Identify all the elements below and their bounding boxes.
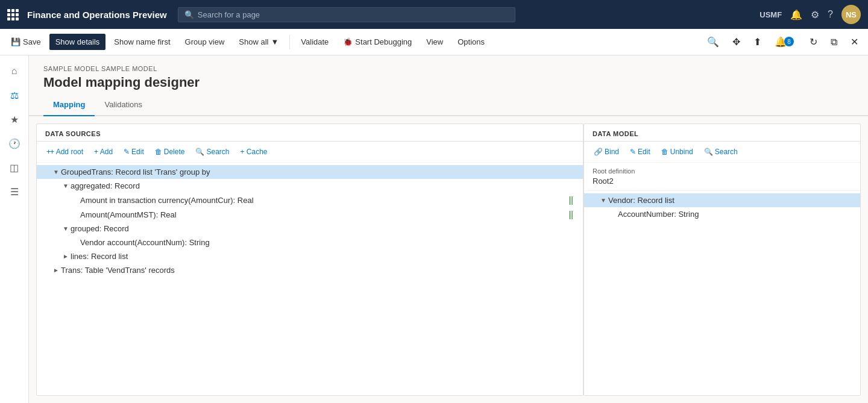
- tree-label: Vendor: Record list: [608, 196, 855, 205]
- datasources-tree: ▼ GroupedTrans: Record list 'Trans' grou…: [37, 163, 583, 395]
- expand-icon[interactable]: ►: [51, 267, 61, 273]
- tree-item-lines[interactable]: ► lines: Record list: [37, 249, 583, 263]
- sidebar-item-recent[interactable]: 🕐: [4, 133, 25, 154]
- open-new-window-button[interactable]: ⧉: [826, 33, 842, 51]
- refresh-button[interactable]: ↻: [805, 33, 822, 51]
- dm-search-button[interactable]: 🔍 Search: [699, 145, 743, 158]
- collapse-icon[interactable]: ▼: [61, 225, 71, 232]
- bind-button[interactable]: 🔗 Bind: [589, 145, 624, 158]
- collapse-icon[interactable]: ▼: [51, 169, 61, 175]
- tree-label: grouped: Record: [71, 224, 578, 233]
- tree-item-amount-cur[interactable]: Amount in transaction currency(AmountCur…: [37, 193, 583, 207]
- tree-label: GroupedTrans: Record list 'Trans' group …: [61, 167, 578, 177]
- help-icon[interactable]: ?: [828, 9, 833, 20]
- edit-button[interactable]: ✎ Edit: [119, 145, 149, 158]
- debug-icon: 🐞: [343, 37, 353, 46]
- show-details-button[interactable]: Show details: [49, 34, 106, 50]
- search-toggle-button[interactable]: 🔍: [702, 33, 724, 51]
- notification-button[interactable]: 🔔8: [770, 33, 801, 52]
- ds-search-button[interactable]: 🔍 Search: [190, 145, 234, 158]
- save-button[interactable]: 💾 Save: [5, 34, 47, 50]
- bind-icon: 🔗: [594, 148, 603, 156]
- tab-mapping[interactable]: Mapping: [43, 95, 95, 116]
- settings-gear-icon[interactable]: ⚙: [811, 9, 819, 20]
- dm-edit-icon: ✎: [630, 148, 636, 156]
- tab-bar: Mapping Validations: [29, 95, 868, 116]
- tree-item-grouped[interactable]: ▼ grouped: Record: [37, 222, 583, 236]
- tree-item-grouped-trans[interactable]: ▼ GroupedTrans: Record list 'Trans' grou…: [37, 165, 583, 179]
- main-layout: ⌂ ⚖ ★ 🕐 ◫ ☰ SAMPLE MODEL SAMPLE MODEL Mo…: [0, 55, 868, 403]
- sidebar-item-workspaces[interactable]: ◫: [4, 157, 25, 178]
- show-all-button[interactable]: Show all ▼: [233, 34, 285, 50]
- cache-button[interactable]: + Cache: [236, 145, 272, 158]
- column-chooser-button[interactable]: ⬆: [749, 33, 766, 51]
- datasources-toolbar: + + Add root + Add ✎ Edit 🗑 Delete: [37, 142, 583, 163]
- top-nav: Finance and Operations Preview 🔍 Search …: [0, 0, 868, 29]
- sidebar-item-home[interactable]: ⌂: [4, 60, 25, 82]
- notification-count: 8: [784, 37, 794, 46]
- dm-search-icon: 🔍: [704, 148, 713, 156]
- personalize-button[interactable]: ✥: [728, 33, 745, 51]
- tree-item-trans[interactable]: ► Trans: Table 'VendTrans' records: [37, 263, 583, 277]
- nav-right: USMF 🔔 ⚙ ? NS: [760, 5, 861, 24]
- delete-button[interactable]: 🗑 Delete: [150, 145, 190, 158]
- datamodel-header: DATA MODEL: [584, 124, 860, 142]
- tree-label: lines: Record list: [71, 252, 578, 261]
- user-avatar[interactable]: NS: [841, 5, 861, 24]
- collapse-icon[interactable]: ▼: [61, 183, 71, 189]
- expand-placeholder: [608, 211, 618, 217]
- dm-edit-button[interactable]: ✎ Edit: [625, 145, 655, 158]
- dm-tree-item-account-number[interactable]: AccountNumber: String: [584, 207, 860, 221]
- search-icon: 🔍: [184, 10, 194, 19]
- ds-search-icon: 🔍: [195, 148, 204, 156]
- expand-placeholder: [71, 239, 80, 246]
- tree-label: Trans: Table 'VendTrans' records: [61, 266, 578, 275]
- sidebar-item-favorites[interactable]: ★: [4, 108, 25, 130]
- global-search-box[interactable]: 🔍 Search for a page: [178, 7, 515, 22]
- options-button[interactable]: Options: [451, 34, 491, 50]
- command-bar-right: 🔍 ✥ ⬆ 🔔8 ↻ ⧉ ✕: [702, 33, 863, 52]
- global-search-placeholder: Search for a page: [198, 10, 260, 19]
- bind-indicator: ||: [569, 210, 573, 219]
- company-selector[interactable]: USMF: [760, 10, 782, 19]
- breadcrumb: SAMPLE MODEL SAMPLE MODEL: [43, 65, 854, 72]
- group-view-button[interactable]: Group view: [179, 34, 231, 50]
- tree-item-vendor-account[interactable]: Vendor account(AccountNum): String: [37, 236, 583, 249]
- sidebar-item-filter[interactable]: ⚖: [4, 84, 25, 106]
- datamodel-panel: DATA MODEL 🔗 Bind ✎ Edit 🗑 Unbind: [583, 123, 861, 396]
- validate-button[interactable]: Validate: [295, 34, 335, 50]
- save-icon: 💾: [11, 37, 20, 46]
- tree-item-aggregated[interactable]: ▼ aggregated: Record: [37, 179, 583, 193]
- tree-label: aggregated: Record: [71, 181, 578, 190]
- apps-grid-icon[interactable]: [7, 9, 19, 20]
- show-name-first-button[interactable]: Show name first: [108, 34, 176, 50]
- expand-placeholder: [71, 211, 80, 218]
- page-title: Model mapping designer: [43, 75, 854, 90]
- datamodel-tree: ▼ Vendor: Record list AccountNumber: Str…: [584, 191, 860, 395]
- start-debugging-button[interactable]: 🐞 Start Debugging: [337, 34, 418, 50]
- page-header: SAMPLE MODEL SAMPLE MODEL Model mapping …: [29, 55, 868, 95]
- expand-placeholder: [71, 197, 80, 204]
- close-button[interactable]: ✕: [846, 33, 863, 51]
- root-def-label: Root definition: [593, 167, 852, 175]
- view-button[interactable]: View: [420, 34, 449, 50]
- tree-item-amount-mst[interactable]: Amount(AmountMST): Real ||: [37, 207, 583, 222]
- bind-indicator: ||: [569, 195, 573, 205]
- separator: [289, 35, 290, 49]
- unbind-button[interactable]: 🗑 Unbind: [656, 145, 698, 158]
- sidebar: ⌂ ⚖ ★ 🕐 ◫ ☰: [0, 55, 29, 403]
- show-all-dropdown-icon: ▼: [271, 37, 278, 46]
- add-root-button[interactable]: + + Add root: [42, 145, 88, 158]
- root-definition: Root definition Root2: [584, 163, 860, 191]
- sidebar-item-list[interactable]: ☰: [4, 181, 25, 202]
- tree-label: Amount in transaction currency(AmountCur…: [80, 196, 569, 205]
- expand-icon[interactable]: ►: [61, 253, 71, 260]
- datasources-panel: DATA SOURCES + + Add root + Add ✎ Edit 🗑: [36, 123, 583, 396]
- add-button[interactable]: + Add: [89, 145, 118, 158]
- notification-bell-icon[interactable]: 🔔: [790, 9, 802, 20]
- tab-validations[interactable]: Validations: [95, 95, 152, 116]
- collapse-icon[interactable]: ▼: [599, 197, 608, 204]
- tree-label: Amount(AmountMST): Real: [80, 210, 569, 219]
- app-title: Finance and Operations Preview: [27, 10, 167, 20]
- dm-tree-item-vendor[interactable]: ▼ Vendor: Record list: [584, 193, 860, 207]
